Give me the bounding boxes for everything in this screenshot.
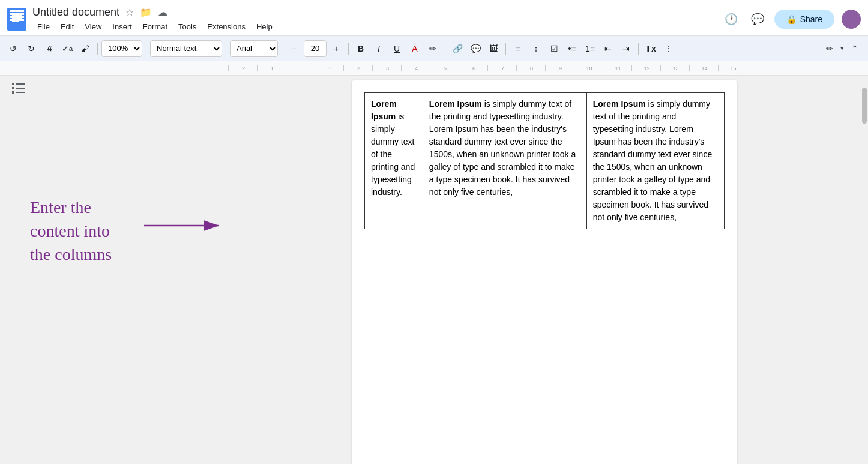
title-icons: ☆ 📁 ☁ — [124, 5, 169, 19]
clear-formatting-button[interactable]: T̲x — [642, 40, 659, 57]
paint-format-button[interactable]: 🖌 — [77, 40, 94, 57]
doc-area[interactable]: Lorem Ipsum is simply dummy text of the … — [228, 76, 861, 464]
history-icon[interactable]: 🕐 — [722, 10, 741, 29]
ruler-mark: 5 — [430, 65, 459, 71]
share-button[interactable]: 🔒 Share — [774, 10, 834, 29]
ruler-mark: 15 — [718, 65, 747, 71]
line-spacing-button[interactable]: ↕ — [528, 40, 544, 57]
ruler-mark: 1 — [257, 65, 286, 71]
checklist-button[interactable]: ☑ — [546, 40, 562, 57]
ruler-mark: 6 — [459, 65, 487, 71]
ruler-mark: 12 — [631, 65, 660, 71]
ruler-mark: 2 — [343, 65, 372, 71]
title-bar: Untitled document ☆ 📁 ☁ File Edit View I… — [0, 0, 868, 36]
decrease-indent-button[interactable]: ⇤ — [600, 40, 616, 57]
font-select[interactable]: Arial Times New Roman Georgia — [230, 40, 278, 57]
svg-rect-3 — [12, 20, 19, 22]
doc-icon — [7, 8, 26, 31]
menu-file[interactable]: File — [32, 20, 55, 33]
title-section: Untitled document ☆ 📁 ☁ File Edit View I… — [32, 5, 722, 33]
increase-indent-button[interactable]: ⇥ — [618, 40, 634, 57]
separator-6 — [445, 43, 445, 55]
svg-rect-0 — [10, 11, 23, 28]
chat-icon[interactable]: 💬 — [748, 10, 767, 29]
doc-page: Lorem Ipsum is simply dummy text of the … — [352, 80, 737, 464]
ruler-mark: 3 — [372, 65, 401, 71]
table-cell-2[interactable]: Lorem Ipsum is simply dummy text of the … — [423, 93, 586, 229]
align-button[interactable]: ≡ — [510, 40, 526, 57]
ruler: 2 1 1 2 3 4 5 6 7 8 9 10 11 12 13 14 15 — [0, 61, 868, 76]
pencil-button[interactable]: ✏ — [821, 40, 838, 57]
separator-8 — [638, 43, 639, 55]
link-button[interactable]: 🔗 — [449, 40, 466, 57]
edit-icon-area: ✏ ▾ ⌃ — [821, 40, 863, 57]
menu-insert[interactable]: Insert — [107, 20, 137, 33]
ruler-mark: 11 — [603, 65, 631, 71]
toolbar: ↺ ↻ 🖨 ✓a 🖌 100% 75% 125% 150% Normal tex… — [0, 36, 868, 61]
doc-table: Lorem Ipsum is simply dummy text of the … — [364, 92, 725, 229]
spellcheck-button[interactable]: ✓a — [59, 40, 76, 57]
table-cell-3[interactable]: Lorem Ipsum is simply dummy text of the … — [586, 93, 724, 229]
menu-edit[interactable]: Edit — [56, 20, 79, 33]
menu-format[interactable]: Format — [138, 20, 172, 33]
highlight-button[interactable]: ✏ — [424, 40, 441, 57]
cloud-icon[interactable]: ☁ — [157, 5, 169, 19]
star-icon[interactable]: ☆ — [124, 5, 135, 19]
ruler-mark: 13 — [660, 65, 689, 71]
menu-extensions[interactable]: Extensions — [202, 20, 250, 33]
menu-tools[interactable]: Tools — [173, 20, 201, 33]
table-row: Lorem Ipsum is simply dummy text of the … — [365, 93, 725, 229]
col3-rest: is simply dummy text of the printing and… — [593, 99, 712, 222]
share-label: Share — [800, 14, 822, 24]
font-size-input[interactable] — [304, 40, 327, 57]
menu-help[interactable]: Help — [252, 20, 277, 33]
svg-rect-2 — [12, 17, 22, 19]
main: Enter the content into the columns — [0, 76, 868, 464]
italic-button[interactable]: I — [370, 40, 387, 57]
number-list-button[interactable]: 1≡ — [582, 40, 598, 57]
decrease-font-button[interactable]: − — [286, 40, 303, 57]
bullet-list-button[interactable]: •≡ — [564, 40, 580, 57]
col1-rest: is simply dummy text of the printing and… — [371, 112, 415, 197]
ruler-mark: 14 — [689, 65, 718, 71]
folder-icon[interactable]: 📁 — [139, 5, 153, 19]
svg-rect-8 — [12, 91, 14, 94]
image-button[interactable]: 🖼 — [485, 40, 502, 57]
title-top: Untitled document ☆ 📁 ☁ — [32, 5, 722, 19]
avatar[interactable] — [842, 10, 861, 29]
annotation-arrow — [144, 217, 228, 235]
ruler-mark: 2 — [228, 65, 257, 71]
more-options-button[interactable]: ⋮ — [660, 40, 677, 57]
col1-bold: Lorem Ipsum — [371, 99, 397, 121]
zoom-select[interactable]: 100% 75% 125% 150% — [101, 40, 142, 57]
ruler-marks: 2 1 1 2 3 4 5 6 7 8 9 10 11 12 13 14 15 — [228, 65, 747, 71]
bold-button[interactable]: B — [352, 40, 369, 57]
col2-bold: Lorem Ipsum — [429, 99, 482, 109]
collapse-button[interactable]: ⌃ — [846, 40, 863, 57]
col3-bold: Lorem Ipsum — [593, 99, 646, 109]
text-color-button[interactable]: A — [406, 40, 423, 57]
table-cell-1[interactable]: Lorem Ipsum is simply dummy text of the … — [365, 93, 423, 229]
undo-button[interactable]: ↺ — [5, 40, 22, 57]
increase-font-button[interactable]: + — [328, 40, 345, 57]
ruler-mark: 1 — [315, 65, 343, 71]
svg-rect-6 — [12, 87, 14, 89]
comment-button[interactable]: 💬 — [467, 40, 484, 57]
separator-1 — [97, 43, 98, 55]
style-select[interactable]: Normal text Heading 1 Heading 2 — [150, 40, 222, 57]
ruler-mark: 8 — [516, 65, 545, 71]
left-margin: Enter the content into the columns — [0, 76, 228, 464]
header-right: 🕐 💬 🔒 Share — [722, 10, 861, 29]
doc-title[interactable]: Untitled document — [32, 6, 119, 19]
share-lock-icon: 🔒 — [786, 14, 797, 24]
redo-button[interactable]: ↻ — [23, 40, 40, 57]
underline-button[interactable]: U — [388, 40, 405, 57]
menu-view[interactable]: View — [80, 20, 106, 33]
scrollbar[interactable] — [861, 76, 868, 464]
outline-icon[interactable] — [12, 83, 25, 97]
separator-7 — [505, 43, 506, 55]
svg-rect-1 — [12, 14, 22, 16]
print-button[interactable]: 🖨 — [41, 40, 58, 57]
annotation-line3: the columns — [30, 243, 210, 266]
scroll-thumb[interactable] — [862, 88, 867, 124]
